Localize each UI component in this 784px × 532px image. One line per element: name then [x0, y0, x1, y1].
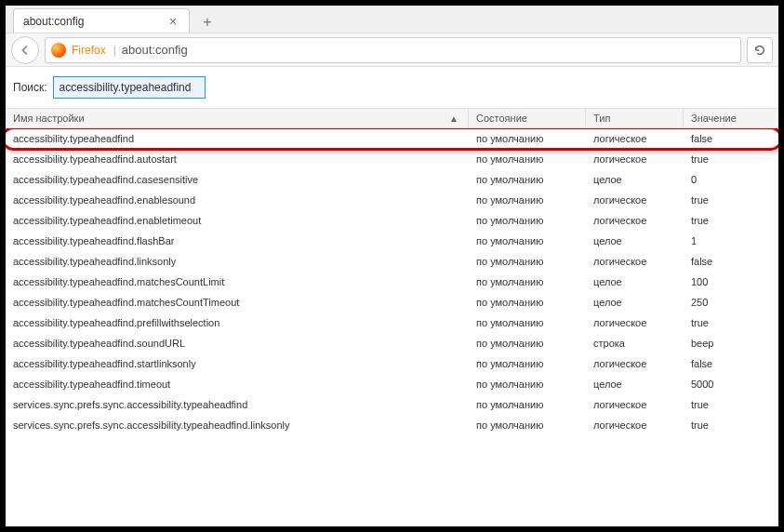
cell-type: целое — [586, 297, 684, 308]
close-icon[interactable]: × — [166, 15, 179, 28]
column-header-value[interactable]: Значение — [684, 109, 778, 127]
cell-value: 100 — [684, 276, 778, 287]
cell-name: accessibility.typeaheadfind.prefillwiths… — [6, 317, 469, 328]
cell-name: services.sync.prefs.sync.accessibility.t… — [6, 399, 469, 410]
table-row[interactable]: accessibility.typeaheadfind.matchesCount… — [6, 292, 778, 313]
cell-type: строка — [586, 338, 684, 349]
table-row[interactable]: accessibility.typeaheadfind.enabletimeou… — [6, 210, 778, 231]
table-row[interactable]: accessibility.typeaheadfind.startlinkson… — [6, 353, 778, 374]
cell-state: по умолчанию — [469, 399, 586, 410]
url-bar[interactable]: Firefox | about:config — [45, 37, 741, 63]
cell-type: логическое — [586, 194, 684, 206]
table-row[interactable]: accessibility.typeaheadfind.enablesoundп… — [6, 190, 778, 210]
search-input[interactable] — [53, 76, 206, 99]
cell-value: 5000 — [684, 379, 778, 390]
cell-name: accessibility.typeaheadfind.matchesCount… — [6, 297, 469, 308]
url-text: about:config — [122, 43, 735, 57]
tab-title: about:config — [23, 15, 166, 28]
table-row[interactable]: accessibility.typeaheadfindпо умолчаниюл… — [6, 128, 778, 149]
table-row[interactable]: accessibility.typeaheadfind.matchesCount… — [6, 272, 778, 292]
cell-value: true — [684, 153, 778, 165]
cell-name: services.sync.prefs.sync.accessibility.t… — [6, 419, 469, 431]
column-header-type-label: Тип — [593, 113, 610, 124]
cell-value: false — [684, 256, 778, 267]
cell-value: true — [684, 419, 778, 431]
table-row[interactable]: accessibility.typeaheadfind.timeoutпо ум… — [6, 374, 778, 394]
cell-type: логическое — [586, 317, 684, 328]
table-row[interactable]: accessibility.typeaheadfind.prefillwiths… — [6, 313, 778, 333]
separator: | — [113, 44, 116, 57]
cell-name: accessibility.typeaheadfind.enablesound — [6, 194, 469, 206]
table-row[interactable]: services.sync.prefs.sync.accessibility.t… — [6, 415, 778, 435]
tab-about-config[interactable]: about:config × — [13, 8, 190, 33]
reload-icon — [753, 44, 766, 57]
cell-state: по умолчанию — [469, 194, 586, 206]
cell-value: true — [684, 194, 778, 206]
table-body: accessibility.typeaheadfindпо умолчаниюл… — [6, 128, 778, 526]
table-row[interactable]: accessibility.typeaheadfind.casesensitiv… — [6, 169, 778, 190]
cell-type: целое — [586, 276, 684, 287]
reload-button[interactable] — [747, 37, 773, 63]
cell-type: логическое — [586, 133, 684, 144]
cell-state: по умолчанию — [469, 215, 586, 226]
cell-type: логическое — [586, 256, 684, 267]
cell-state: по умолчанию — [469, 235, 586, 246]
cell-state: по умолчанию — [469, 133, 586, 144]
cell-name: accessibility.typeaheadfind.casesensitiv… — [6, 174, 469, 185]
tab-strip: about:config × + — [6, 6, 778, 33]
cell-state: по умолчанию — [469, 297, 586, 308]
cell-type: логическое — [586, 153, 684, 165]
back-button[interactable] — [11, 36, 39, 64]
cell-value: 0 — [684, 174, 778, 185]
cell-state: по умолчанию — [469, 419, 586, 431]
cell-state: по умолчанию — [469, 379, 586, 390]
column-header-name[interactable]: Имя настройки ▲ — [6, 109, 469, 127]
table-row[interactable]: accessibility.typeaheadfind.linksonlyпо … — [6, 251, 778, 272]
cell-type: целое — [586, 235, 684, 246]
arrow-left-icon — [19, 44, 32, 57]
cell-value: false — [684, 133, 778, 144]
cell-type: логическое — [586, 358, 684, 369]
cell-state: по умолчанию — [469, 358, 586, 369]
cell-name: accessibility.typeaheadfind.startlinkson… — [6, 358, 469, 369]
cell-state: по умолчанию — [469, 153, 586, 165]
cell-value: beep — [684, 338, 778, 349]
search-label: Поиск: — [13, 81, 47, 94]
cell-state: по умолчанию — [469, 317, 586, 328]
cell-name: accessibility.typeaheadfind.linksonly — [6, 256, 469, 267]
firefox-icon — [51, 43, 66, 58]
table-row[interactable]: accessibility.typeaheadfind.autostartпо … — [6, 149, 778, 169]
cell-value: 1 — [684, 235, 778, 246]
identity-label: Firefox — [72, 44, 106, 57]
cell-value: true — [684, 215, 778, 226]
browser-window: about:config × + Firefox | about:config — [6, 6, 778, 526]
cell-name: accessibility.typeaheadfind.enabletimeou… — [6, 215, 469, 226]
column-header-name-label: Имя настройки — [13, 113, 85, 124]
column-header-type[interactable]: Тип — [586, 109, 684, 127]
table-row[interactable]: accessibility.typeaheadfind.soundURLпо у… — [6, 333, 778, 353]
toolbar: Firefox | about:config — [6, 33, 778, 67]
cell-name: accessibility.typeaheadfind.flashBar — [6, 235, 469, 246]
about-config-content: Поиск: Имя настройки ▲ Состояние Тип Зна… — [6, 67, 778, 526]
cell-name: accessibility.typeaheadfind.soundURL — [6, 338, 469, 349]
new-tab-button[interactable]: + — [195, 12, 219, 33]
cell-value: 250 — [684, 297, 778, 308]
table-row[interactable]: accessibility.typeaheadfind.flashBarпо у… — [6, 231, 778, 251]
cell-value: true — [684, 399, 778, 410]
cell-type: логическое — [586, 399, 684, 410]
table-row[interactable]: services.sync.prefs.sync.accessibility.t… — [6, 394, 778, 415]
cell-name: accessibility.typeaheadfind.timeout — [6, 379, 469, 390]
cell-state: по умолчанию — [469, 338, 586, 349]
column-header-state[interactable]: Состояние — [469, 109, 586, 127]
cell-state: по умолчанию — [469, 174, 586, 185]
column-header-state-label: Состояние — [476, 113, 527, 124]
cell-value: false — [684, 358, 778, 369]
cell-state: по умолчанию — [469, 256, 586, 267]
column-header-value-label: Значение — [691, 113, 737, 124]
table-header: Имя настройки ▲ Состояние Тип Значение — [6, 108, 778, 128]
cell-type: целое — [586, 174, 684, 185]
cell-name: accessibility.typeaheadfind.autostart — [6, 153, 469, 165]
cell-value: true — [684, 317, 778, 328]
cell-type: логическое — [586, 419, 684, 431]
cell-type: целое — [586, 379, 684, 390]
